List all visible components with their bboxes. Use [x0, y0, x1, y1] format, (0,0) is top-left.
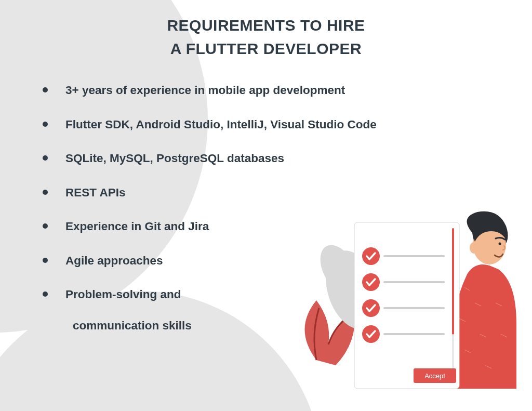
page-title: Requirements to hire a Flutter developer [0, 14, 532, 60]
list-item: REST APIs [43, 184, 417, 201]
list-item: Flutter SDK, Android Studio, IntelliJ, V… [43, 116, 417, 133]
list-item-text: REST APIs [65, 186, 125, 199]
title-line-1: Requirements to hire [167, 17, 365, 34]
list-item-text: SQLite, MySQL, PostgreSQL databases [65, 152, 284, 165]
accept-button-label: Accept [424, 372, 445, 380]
list-item: Experience in Git and Jira [43, 218, 417, 235]
list-item: Problem-solving and communication skills [43, 286, 417, 334]
list-item-text: 3+ years of experience in mobile app dev… [65, 84, 345, 97]
list-item-text: Flutter SDK, Android Studio, IntelliJ, V… [65, 118, 377, 131]
list-item: Agile approaches [43, 253, 417, 269]
accept-button: Accept [414, 368, 456, 383]
list-item: 3+ years of experience in mobile app dev… [43, 82, 417, 99]
list-item-text: Problem-solving and [65, 288, 181, 301]
list-item-text: Agile approaches [65, 254, 163, 267]
requirements-list: 3+ years of experience in mobile app dev… [43, 82, 417, 334]
list-item-subtext: communication skills [65, 317, 417, 334]
list-item-text: Experience in Git and Jira [65, 220, 209, 233]
list-item: SQLite, MySQL, PostgreSQL databases [43, 150, 417, 167]
title-line-2: a Flutter developer [170, 40, 362, 57]
